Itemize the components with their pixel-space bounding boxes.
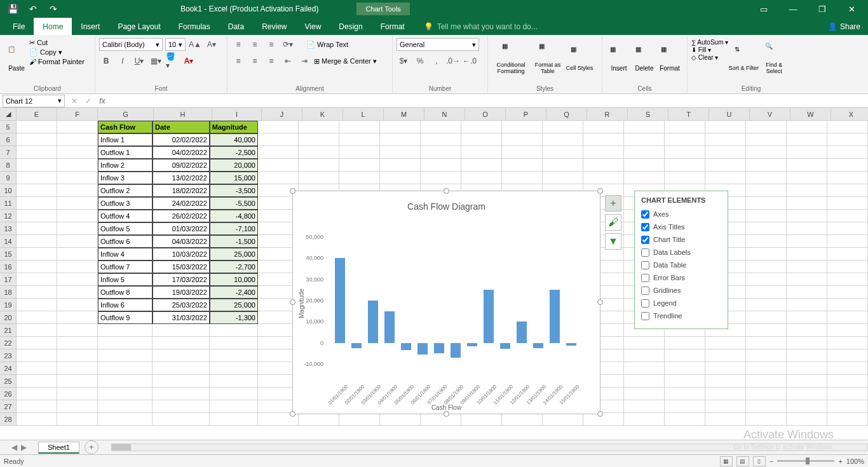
chart-element-option[interactable]: Axes [641,208,721,220]
chart-element-option[interactable]: Axis Titles [641,220,721,233]
cell[interactable] [153,349,210,362]
cell[interactable] [461,159,502,172]
resize-handle[interactable] [597,299,603,305]
cell[interactable] [210,349,258,362]
chart-element-checkbox[interactable] [641,236,649,244]
fx-icon[interactable]: fx [95,97,109,105]
cell[interactable] [746,172,787,184]
cell[interactable] [98,349,153,362]
cell[interactable]: Inflow 3 [98,172,153,184]
cell[interactable] [543,133,583,146]
cell[interactable] [787,146,827,159]
cell[interactable] [57,324,98,337]
tab-file[interactable]: File [4,18,34,35]
cell[interactable] [827,273,868,286]
cell[interactable] [258,159,299,172]
cell[interactable] [827,222,868,235]
column-header[interactable]: L [343,108,384,121]
cell[interactable] [98,324,153,337]
cell[interactable] [57,121,98,133]
cell[interactable]: 25,000 [210,299,258,311]
cell[interactable] [787,121,827,133]
row-header[interactable]: 24 [0,362,17,375]
cell[interactable] [299,413,339,426]
cell[interactable] [17,121,57,133]
sort-filter-button[interactable]: ⇅Sort & Filter [728,37,759,79]
row-header[interactable]: 9 [0,172,17,184]
cell[interactable] [339,133,380,146]
cell[interactable]: -3,500 [210,184,258,197]
conditional-formatting-button[interactable]: ▦Conditional Formatting [492,37,530,79]
row-header[interactable]: 22 [0,337,17,349]
cell[interactable] [98,388,153,400]
cell[interactable] [827,388,868,400]
cell[interactable] [827,362,868,375]
cell[interactable]: Outflow 6 [98,235,153,248]
tab-formulas[interactable]: Formulas [170,18,219,35]
cell[interactable] [421,146,461,159]
cell[interactable] [746,210,787,222]
cell[interactable] [421,172,461,184]
cell[interactable] [827,324,868,337]
resize-handle[interactable] [290,411,295,417]
cell[interactable] [153,413,210,426]
cell[interactable] [153,388,210,400]
cell[interactable] [746,159,787,172]
chart-bar[interactable] [417,343,428,355]
cell[interactable]: 24/02/2022 [153,197,210,210]
column-header[interactable]: R [587,108,628,121]
cell[interactable]: 20,000 [210,159,258,172]
cell[interactable] [787,311,827,324]
chart-element-option[interactable]: Error Bars [641,271,721,284]
cell[interactable] [746,222,787,235]
cell[interactable] [787,235,827,248]
cell[interactable] [421,159,461,172]
row-header[interactable]: 6 [0,133,17,146]
cell[interactable] [339,121,380,133]
cell[interactable] [746,400,787,413]
format-as-table-button[interactable]: ▦Format as Table [530,37,566,79]
cell[interactable] [57,337,98,349]
cell[interactable] [461,121,502,133]
accounting-format-icon[interactable]: $▾ [397,55,410,67]
zoom-out-icon[interactable]: − [770,457,773,465]
cell[interactable] [17,210,57,222]
cell[interactable] [787,413,827,426]
cell[interactable] [17,133,57,146]
cell[interactable] [624,400,665,413]
row-header[interactable]: 7 [0,146,17,159]
chart-element-option[interactable]: Legend [641,297,721,309]
chart-element-checkbox[interactable] [641,261,649,269]
column-header[interactable]: S [628,108,668,121]
cell[interactable] [57,261,98,273]
cell[interactable] [57,388,98,400]
cell[interactable] [210,337,258,349]
cell[interactable] [746,337,787,349]
row-header[interactable]: 23 [0,349,17,362]
cell[interactable] [57,133,98,146]
cell[interactable] [787,400,827,413]
cell[interactable] [57,362,98,375]
redo-icon[interactable]: ↷ [46,1,61,17]
cell[interactable] [57,235,98,248]
cell[interactable] [665,133,705,146]
cell[interactable] [746,146,787,159]
cell[interactable] [787,324,827,337]
cell[interactable] [380,172,421,184]
font-size-combo[interactable]: 10▾ [165,38,186,51]
column-header[interactable]: G [98,108,154,121]
cell[interactable] [705,146,746,159]
cell[interactable] [502,133,543,146]
cell[interactable] [380,413,421,426]
cell[interactable] [57,197,98,210]
font-color-button[interactable]: A▾ [182,55,196,67]
row-header[interactable]: 5 [0,121,17,133]
resize-handle[interactable] [597,411,603,417]
decrease-indent-icon[interactable]: ⇤ [281,55,295,67]
select-all-corner[interactable]: ◢ [0,108,17,121]
cell[interactable] [57,273,98,286]
orientation-icon[interactable]: ⟳▾ [281,38,295,51]
cell[interactable] [665,388,705,400]
increase-decimal-icon[interactable]: .0→ [446,55,460,67]
new-sheet-button[interactable]: + [85,440,98,454]
